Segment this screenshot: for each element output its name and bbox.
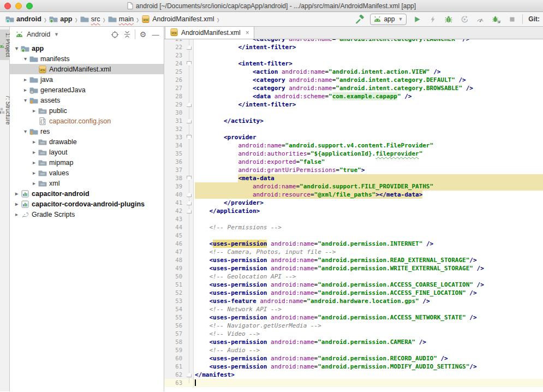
profiler-button[interactable] xyxy=(475,14,486,25)
attach-debugger-button[interactable] xyxy=(491,14,502,25)
line-number: 28 xyxy=(164,92,185,100)
svg-text:<>: <> xyxy=(40,68,45,73)
stop-icon xyxy=(509,16,516,23)
code-token xyxy=(430,68,434,76)
code-token: " xyxy=(397,92,401,100)
code-token: <category xyxy=(253,84,285,92)
chevron-right-icon[interactable]: ▸ xyxy=(31,159,38,165)
fold-close-icon[interactable] xyxy=(187,102,192,107)
build-hammer-button[interactable] xyxy=(354,14,365,25)
tree-item-gradle-scripts[interactable]: ▸Gradle Scripts xyxy=(10,209,164,219)
chevron-down-icon[interactable]: ▾ xyxy=(22,97,29,103)
breadcrumb-item-app[interactable]: app xyxy=(48,15,73,23)
chevron-right-icon[interactable]: ▸ xyxy=(22,76,29,82)
code-line-text: <category android:name="android.intent.c… xyxy=(194,84,543,92)
tree-item-drawable[interactable]: ▸drawable xyxy=(10,136,164,147)
fold-close-icon[interactable] xyxy=(187,192,192,197)
code-line-27: 27 <category android:name="android.inten… xyxy=(164,84,543,92)
collapse-all-button[interactable] xyxy=(122,29,132,39)
code-token: "@xml/file_paths" xyxy=(314,191,376,199)
tree-item-label: res xyxy=(38,128,50,135)
tree-item-androidmanifest-xml[interactable]: <>AndroidManifest.xml xyxy=(10,64,164,74)
chevron-right-icon[interactable]: ▸ xyxy=(31,149,38,155)
fold-gutter xyxy=(185,346,194,354)
debug-button[interactable] xyxy=(443,14,454,25)
code-token: <!-- Camera, Photos, input file --> xyxy=(210,248,336,256)
locate-file-button[interactable] xyxy=(110,29,120,39)
tree-item-mipmap[interactable]: ▸mipmap xyxy=(10,157,164,168)
tree-item-res[interactable]: ▾res xyxy=(10,126,164,136)
code-token: = xyxy=(314,363,318,371)
hide-panel-button[interactable]: — xyxy=(151,29,160,39)
fold-close-icon[interactable] xyxy=(187,118,192,123)
code-line-36: 36 android:exported="false" xyxy=(164,158,543,166)
chevron-right-icon[interactable]: ▸ xyxy=(31,170,38,176)
chevron-right-icon[interactable]: ▸ xyxy=(31,139,38,145)
settings-gear-button[interactable]: ⚙ xyxy=(138,29,148,39)
apply-changes-button[interactable] xyxy=(427,14,438,25)
fold-gutter xyxy=(185,281,194,289)
chevron-down-icon[interactable]: ▾ xyxy=(22,128,29,134)
tree-item-layout[interactable]: ▸layout xyxy=(10,147,164,157)
code-token: <provider xyxy=(224,133,256,141)
breadcrumb-item-androidmanifest-xml[interactable]: <>AndroidManifest.xml xyxy=(140,15,215,23)
breadcrumb-item-main[interactable]: main xyxy=(107,15,135,23)
fold-open-icon[interactable] xyxy=(187,61,192,66)
editor-tab-androidmanifest[interactable]: <> AndroidManifest.xml × xyxy=(165,26,254,39)
tree-item-values[interactable]: ▸values xyxy=(10,168,164,178)
close-icon[interactable]: × xyxy=(246,29,249,37)
chevron-down-icon[interactable]: ▾ xyxy=(22,56,29,62)
tree-item-capacitor-cordova-android-plugins[interactable]: ▸capacitor-cordova-android-plugins xyxy=(10,199,164,209)
chevron-right-icon[interactable]: ▸ xyxy=(13,191,20,197)
stop-button[interactable] xyxy=(506,14,517,25)
fold-close-icon[interactable] xyxy=(187,209,192,213)
indent xyxy=(195,354,210,363)
project-view-selector[interactable]: Android xyxy=(27,31,50,38)
chevron-right-icon[interactable]: ▸ xyxy=(31,108,38,114)
line-number: 34 xyxy=(164,141,185,150)
chevron-right-icon[interactable]: ▸ xyxy=(13,201,20,207)
fold-close-icon[interactable] xyxy=(187,372,192,377)
code-token xyxy=(473,264,477,272)
breadcrumb-label: android xyxy=(16,15,41,23)
tree-item-capacitor-android[interactable]: ▸capacitor-android xyxy=(10,188,164,199)
window-title-container: android [~/Documents/src/ionic/cap/capAp… xyxy=(0,2,543,10)
code-line-44: 44 <!-- Permissions --> xyxy=(164,223,543,231)
breadcrumb-item-src[interactable]: src xyxy=(79,15,102,23)
run-button[interactable] xyxy=(411,14,422,25)
tree-item-app[interactable]: ▾app xyxy=(10,43,164,54)
tree-item-assets[interactable]: ▾assets xyxy=(10,95,164,105)
fold-open-icon[interactable] xyxy=(187,135,192,140)
breadcrumb-item-android[interactable]: android xyxy=(4,15,43,23)
fold-close-icon[interactable] xyxy=(187,200,192,205)
indent xyxy=(195,39,253,43)
tree-item-generatedjava[interactable]: ▸generatedJava xyxy=(10,85,164,95)
fold-close-icon[interactable] xyxy=(187,45,192,50)
code-line-45: 45 xyxy=(164,231,543,240)
tree-item-label: values xyxy=(47,169,69,177)
tree-item-manifests[interactable]: ▾manifests xyxy=(10,54,164,64)
chevron-right-icon[interactable]: ▸ xyxy=(13,211,20,217)
tree-item-java[interactable]: ▸java xyxy=(10,74,164,85)
code-token: "android.permission.ACCESS_COARSE_LOCATI… xyxy=(318,281,473,289)
code-token: <!-- Video --> xyxy=(210,330,260,338)
code-token: <uses-permission xyxy=(210,281,267,289)
bug-attach-icon xyxy=(492,15,501,23)
tree-item-public[interactable]: ▸public xyxy=(10,105,164,116)
run-config-select[interactable]: app▼ xyxy=(370,14,407,25)
chevron-down-icon[interactable]: ▾ xyxy=(13,45,20,51)
chevron-right-icon[interactable]: ▸ xyxy=(31,180,38,186)
code-line-text: <!-- Network API --> xyxy=(194,305,543,313)
editor-area: <> AndroidManifest.xml × 21 <category an… xyxy=(164,27,543,391)
code-token: /> xyxy=(469,313,476,322)
code-editor[interactable]: 21 <category android:name="android.inten… xyxy=(164,39,543,391)
tree-item-xml[interactable]: ▸xml xyxy=(10,178,164,188)
chevron-right-icon[interactable]: ▸ xyxy=(22,87,29,93)
fold-open-icon[interactable] xyxy=(187,176,192,181)
code-token: android:name xyxy=(253,182,296,191)
line-number: 54 xyxy=(164,305,185,313)
tree-item-capacitor-config-json[interactable]: {}capacitor.config.json xyxy=(10,116,164,126)
coverage-button[interactable] xyxy=(459,14,470,25)
line-number: 61 xyxy=(164,363,185,371)
code-line-text: </intent-filter> xyxy=(194,43,543,51)
